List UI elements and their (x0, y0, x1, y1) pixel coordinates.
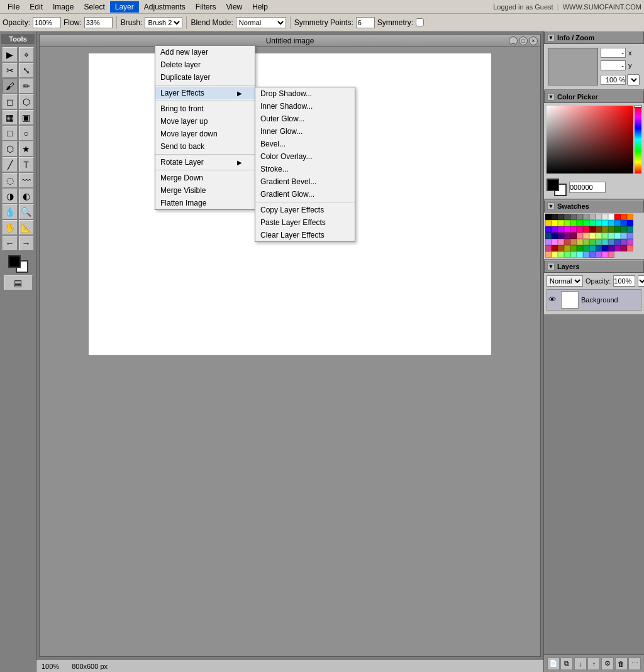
swatch-88cc44[interactable] (583, 239, 589, 245)
swatch-ffffff[interactable] (608, 214, 614, 220)
swatch-55aa00[interactable] (570, 245, 577, 251)
swatch-804000[interactable] (596, 226, 602, 233)
eraser-tool[interactable]: ◻ (3, 94, 18, 109)
menu-color-overlay[interactable]: Color Overlay... (255, 150, 355, 163)
select-tool[interactable]: ▶ (3, 47, 18, 62)
swatch-808000[interactable] (602, 226, 608, 233)
swatch-4488cc[interactable] (608, 239, 614, 245)
zoom-select[interactable]: ▼ (627, 74, 640, 85)
swatch-66ffff[interactable] (577, 251, 583, 258)
swatch-00ffff[interactable] (602, 220, 608, 226)
menu-filters[interactable]: Filters (191, 1, 221, 13)
lasso-tool[interactable]: ⌖ (19, 47, 34, 62)
swatch-44cc44[interactable] (589, 239, 596, 245)
swatch-00aaaa[interactable] (589, 245, 596, 251)
duplicate-layer-button[interactable]: ⧉ (560, 658, 573, 670)
swatch-666666[interactable] (570, 214, 577, 220)
symmetry-points-input[interactable] (356, 17, 375, 28)
menu-send-to-back[interactable]: Send to back (155, 140, 255, 153)
menu-paste-layer-effects[interactable]: Paste Layer Effects (255, 216, 355, 229)
swatch-c0ff80[interactable] (596, 233, 602, 239)
swatch-408000[interactable] (608, 226, 614, 233)
star-tool[interactable]: ★ (19, 141, 34, 157)
zoom-input[interactable] (601, 75, 626, 85)
color-picker-collapse[interactable]: ▼ (547, 93, 555, 101)
swatch-00aa55[interactable] (583, 245, 589, 251)
swatch-8080ff[interactable] (627, 233, 633, 239)
swatch-80c0ff[interactable] (621, 233, 627, 239)
menu-inner-shadow[interactable]: Inner Shadow... (255, 100, 355, 113)
menu-file[interactable]: File (3, 1, 25, 13)
layer-settings-button[interactable]: ⚙ (601, 658, 614, 670)
swatch-ff66aa[interactable] (608, 251, 614, 258)
swatch-800000[interactable] (589, 226, 596, 233)
swatch-ff80ff[interactable] (552, 239, 558, 245)
fill-tool[interactable]: ▦ (3, 110, 18, 125)
swatch-5500aa[interactable] (608, 245, 614, 251)
swatch-ff6666[interactable] (627, 245, 633, 251)
swatch-ff00cc[interactable] (570, 226, 577, 233)
move-layer-up-button[interactable]: ↑ (587, 658, 600, 670)
swatch-ffff00[interactable] (552, 220, 558, 226)
hex-color-input[interactable] (569, 182, 606, 193)
menu-bring-to-front[interactable]: Bring to front (155, 102, 255, 115)
menu-inner-glow[interactable]: Inner Glow... (255, 125, 355, 138)
swatch-66aaff[interactable] (583, 251, 589, 258)
info-zoom-collapse[interactable]: ▼ (547, 34, 555, 41)
menu-gradient-glow[interactable]: Gradient Glow... (255, 188, 355, 201)
menu-add-new-layer[interactable]: Add new layer (155, 46, 255, 58)
swatch-aa0000[interactable] (552, 245, 558, 251)
swatch-ccff00[interactable] (558, 220, 564, 226)
swatch-c080ff[interactable] (545, 239, 552, 245)
swatch-ff4400[interactable] (621, 214, 627, 220)
swatch-00ff00[interactable] (577, 220, 583, 226)
smudge-tool[interactable]: 〰 (19, 173, 34, 188)
swatch-cc00ff[interactable] (558, 226, 564, 233)
maximize-button[interactable]: □ (519, 36, 528, 45)
menu-delete-layer[interactable]: Delete layer (155, 58, 255, 71)
swatch-aaff66[interactable] (558, 251, 564, 258)
text-tool[interactable]: T (19, 157, 34, 172)
transform-tool[interactable]: ⤡ (19, 63, 34, 78)
swatch-80ffc0[interactable] (608, 233, 614, 239)
menu-rotate-layer[interactable]: Rotate Layer ▶ (155, 156, 255, 168)
menu-gradient-bevel[interactable]: Gradient Bevel... (255, 175, 355, 188)
menu-move-layer-down[interactable]: Move layer down (155, 128, 255, 140)
swatch-44ff00[interactable] (570, 220, 577, 226)
swatch-00ccff[interactable] (608, 220, 614, 226)
swatch-333333[interactable] (558, 214, 564, 220)
menu-image[interactable]: Image (48, 1, 79, 13)
menu-select[interactable]: Select (79, 1, 109, 13)
swatch-aa5500[interactable] (558, 245, 564, 251)
menu-edit[interactable]: Edit (25, 1, 48, 13)
menu-outer-glow[interactable]: Outer Glow... (255, 113, 355, 125)
brush-tool[interactable]: 🖌 (3, 79, 18, 94)
swatch-aa0055[interactable] (621, 245, 627, 251)
swatch-0044ff[interactable] (621, 220, 627, 226)
stamp-tool[interactable]: ⬡ (19, 94, 34, 109)
arrow-right-tool[interactable]: → (19, 236, 34, 251)
delete-layer-button[interactable]: 🗑 (615, 658, 628, 670)
swatch-008040[interactable] (621, 226, 627, 233)
fg-color-box[interactable] (547, 179, 559, 191)
menu-flatten-image[interactable]: Flatten Image (155, 197, 255, 209)
swatch-aa00aa[interactable] (614, 245, 621, 251)
swatch-00ff44[interactable] (583, 220, 589, 226)
hand-tool[interactable]: ✋ (3, 220, 18, 235)
more-options-button[interactable]: ⋯ (628, 658, 641, 670)
shape-tool[interactable]: □ (3, 126, 18, 141)
menu-layer-effects[interactable]: Layer Effects ▶ Drop Shadow... Inner Sha… (155, 87, 255, 99)
layer-visibility-icon[interactable]: 👁 (548, 295, 558, 305)
swatch-000080[interactable] (552, 233, 558, 239)
foreground-color-swatch[interactable] (8, 255, 21, 268)
menu-copy-layer-effects[interactable]: Copy Layer Effects (255, 204, 355, 216)
swatch-000000[interactable] (545, 214, 552, 220)
swatch-800080[interactable] (564, 233, 570, 239)
menu-bevel[interactable]: Bevel... (255, 138, 355, 150)
swatch-ff8080[interactable] (577, 233, 583, 239)
opacity-input[interactable] (33, 17, 61, 28)
blend-mode-select[interactable]: Normal (236, 17, 286, 28)
layer-opacity-dropdown[interactable]: ▼ (638, 275, 644, 287)
symmetry-checkbox[interactable] (416, 18, 424, 26)
swatch-800040[interactable] (570, 233, 577, 239)
